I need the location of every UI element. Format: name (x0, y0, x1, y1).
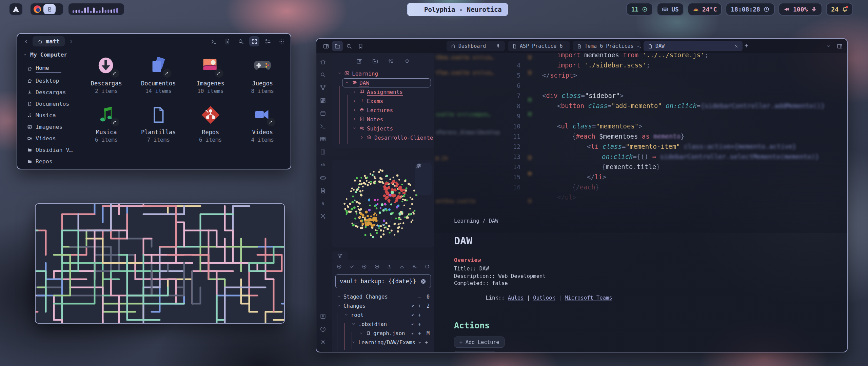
sort-order-button[interactable] (388, 58, 394, 66)
file-tree-item[interactable]: Exams (334, 97, 432, 106)
media-player-widget[interactable]: Polyphia - Neurotica (407, 3, 508, 16)
git-tree-row[interactable]: graph.json ↶ + M (335, 329, 431, 338)
chevron-icon[interactable] (360, 135, 364, 141)
open-terminal-button[interactable] (209, 36, 219, 46)
journal-ribbon[interactable] (317, 145, 328, 158)
sidebar-item[interactable]: Musica (23, 109, 78, 121)
toggle-right-sidebar-icon[interactable] (836, 43, 843, 49)
sidebar-item[interactable]: Desktop (23, 75, 78, 86)
note-breadcrumb[interactable]: Learning / DAW (454, 218, 732, 224)
action-button[interactable]: + Add Note (454, 351, 495, 352)
row-actions[interactable]: ↶ + (418, 340, 430, 346)
chevron-icon[interactable] (344, 312, 348, 318)
row-actions[interactable]: — (418, 294, 423, 300)
new-tab-button[interactable] (744, 43, 749, 49)
git-tree-row[interactable]: Staged Changes — 0 (335, 292, 431, 301)
commit-button[interactable] (349, 264, 354, 270)
sidebar-root-my-computer[interactable]: My Computer (23, 52, 78, 58)
refresh-button[interactable] (425, 264, 430, 270)
sidebar-item[interactable]: Documentos (23, 98, 78, 109)
nav-forward-button[interactable] (67, 37, 76, 46)
games-ribbon[interactable] (317, 171, 328, 184)
chevron-icon[interactable] (352, 107, 357, 114)
stage-all-button[interactable] (362, 264, 367, 270)
weather-widget[interactable]: 24°C (688, 3, 722, 16)
unstage-all-button[interactable] (374, 264, 379, 270)
folder-item[interactable]: Imagenes 10 items (184, 56, 237, 94)
external-link[interactable]: Outlook (533, 295, 555, 301)
commit-message-input[interactable]: vault backup: {{date}} (335, 274, 431, 288)
git-tree-row[interactable]: Learning/DAW/Exams ↶ + (335, 338, 431, 347)
editor-tab[interactable]: DAW (644, 41, 743, 51)
calendar-ribbon[interactable] (317, 107, 328, 120)
row-actions[interactable]: ↶ + (411, 303, 423, 309)
help-button[interactable] (317, 323, 328, 336)
change-layout-button[interactable] (412, 264, 417, 270)
settings-button[interactable] (317, 336, 328, 348)
file-tree-item[interactable]: Assignments (334, 87, 432, 97)
sidebar-item[interactable]: Obsidian V… (23, 144, 78, 156)
graph-ribbon[interactable] (317, 81, 328, 94)
firefox-icon[interactable] (34, 5, 41, 13)
file-tree-item[interactable]: Desarrollo-Cliente (334, 133, 432, 142)
chevron-icon[interactable] (352, 125, 357, 132)
bookmarks-button[interactable] (355, 41, 366, 51)
row-actions[interactable]: ↶ + (411, 330, 423, 337)
file-search-ribbon[interactable] (317, 184, 328, 197)
collapse-all-button[interactable] (404, 58, 410, 66)
keyboard-layout-widget[interactable]: US (657, 3, 684, 16)
folder-item[interactable]: Plantillas 7 items (133, 104, 185, 143)
chevron-icon[interactable] (352, 89, 357, 95)
sidebar-item[interactable]: Videos (23, 133, 78, 144)
chevron-icon[interactable] (352, 116, 357, 123)
templater-ribbon[interactable] (317, 158, 328, 171)
editor-pane[interactable]: tOne.svelte src\co… U tTwo.svelte src\co… (434, 53, 847, 352)
chevron-icon[interactable] (345, 80, 349, 86)
chevron-icon[interactable] (359, 330, 363, 337)
sidebar-item[interactable]: Imagenes (23, 121, 78, 133)
folder-item[interactable]: Videos 4 items (237, 104, 289, 143)
nav-back-button[interactable] (21, 37, 30, 46)
list-view-button[interactable] (263, 36, 273, 46)
chevron-icon[interactable] (337, 70, 342, 77)
chevron-icon[interactable] (352, 321, 356, 327)
new-folder-button[interactable] (372, 58, 378, 66)
git-tree-row[interactable]: root ↶ + (335, 310, 431, 320)
chevron-icon[interactable] (337, 294, 341, 300)
folder-item[interactable]: Juegos 8 items (237, 56, 289, 94)
canvas-ribbon[interactable] (317, 94, 328, 107)
home-ribbon[interactable] (317, 55, 328, 68)
commit-and-sync-button[interactable] (337, 264, 342, 270)
table-ribbon[interactable] (317, 133, 328, 145)
sidebar-item[interactable]: Descargas (23, 86, 78, 98)
graph-filter-wand-icon[interactable] (415, 163, 422, 169)
action-button[interactable]: + Add Lecture (454, 337, 505, 348)
file-tree-item[interactable]: Notes (334, 115, 432, 124)
folder-item[interactable]: Musica 6 items (80, 104, 133, 143)
grid-view-button[interactable] (249, 36, 259, 46)
folder-item[interactable]: Descargas 2 items (80, 56, 133, 94)
search-ribbon[interactable] (317, 68, 328, 81)
new-file-button[interactable] (222, 36, 232, 46)
git-panel-tab[interactable] (332, 251, 348, 260)
terminal-ribbon[interactable] (317, 120, 328, 133)
volume-widget[interactable]: 100% (778, 3, 822, 16)
file-tree-item[interactable]: DAW (334, 78, 432, 87)
push-button[interactable] (387, 264, 392, 270)
sidebar-item[interactable]: Home (23, 62, 78, 75)
toggle-left-sidebar-button[interactable] (320, 41, 331, 51)
editor-tab[interactable]: ASP Practice 6 (508, 41, 570, 51)
chevron-icon[interactable] (352, 98, 357, 104)
external-link[interactable]: Microsoft Teams (565, 295, 612, 301)
new-note-button[interactable] (356, 58, 362, 66)
app-launcher-button[interactable] (9, 3, 23, 16)
tab-list-chevron-icon[interactable] (826, 44, 831, 49)
compact-view-button[interactable] (276, 36, 287, 46)
search-tab-button[interactable] (343, 41, 354, 51)
git-tree-row[interactable]: Changes ↶ + 2 (335, 301, 431, 310)
folder-item[interactable]: Documentos 14 items (133, 56, 185, 94)
row-actions[interactable]: ↶ + (411, 321, 423, 327)
file-tree-item[interactable]: Lectures (334, 106, 432, 115)
folder-item[interactable]: Repos 6 items (184, 104, 237, 143)
files-button[interactable] (332, 41, 343, 51)
